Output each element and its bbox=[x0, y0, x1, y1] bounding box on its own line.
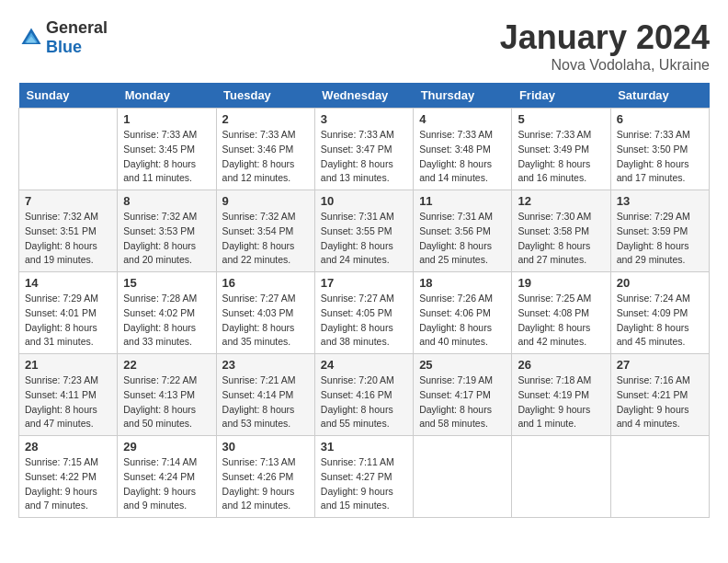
day-number: 16 bbox=[222, 276, 309, 290]
calendar-cell: 9Sunrise: 7:32 AMSunset: 3:54 PMDaylight… bbox=[216, 190, 314, 272]
day-number: 27 bbox=[617, 358, 703, 372]
day-number: 6 bbox=[617, 112, 703, 126]
day-info: Sunrise: 7:26 AMSunset: 4:06 PMDaylight:… bbox=[419, 292, 506, 350]
day-info: Sunrise: 7:16 AMSunset: 4:21 PMDaylight:… bbox=[617, 373, 703, 431]
day-number: 23 bbox=[222, 358, 309, 372]
day-number: 25 bbox=[419, 358, 506, 372]
day-info: Sunrise: 7:32 AMSunset: 3:54 PMDaylight:… bbox=[222, 210, 309, 268]
calendar-cell: 21Sunrise: 7:23 AMSunset: 4:11 PMDayligh… bbox=[19, 354, 118, 436]
day-info: Sunrise: 7:33 AMSunset: 3:46 PMDaylight:… bbox=[222, 128, 309, 186]
calendar-cell: 29Sunrise: 7:14 AMSunset: 4:24 PMDayligh… bbox=[118, 436, 216, 518]
weekday-header-friday: Friday bbox=[512, 83, 610, 109]
day-number: 13 bbox=[617, 194, 703, 208]
day-number: 31 bbox=[321, 440, 407, 454]
calendar-cell: 28Sunrise: 7:15 AMSunset: 4:22 PMDayligh… bbox=[19, 436, 118, 518]
calendar-cell: 10Sunrise: 7:31 AMSunset: 3:55 PMDayligh… bbox=[314, 190, 413, 272]
day-info: Sunrise: 7:19 AMSunset: 4:17 PMDaylight:… bbox=[419, 373, 506, 431]
calendar-cell: 22Sunrise: 7:22 AMSunset: 4:13 PMDayligh… bbox=[118, 354, 216, 436]
day-info: Sunrise: 7:15 AMSunset: 4:22 PMDaylight:… bbox=[25, 455, 111, 513]
day-number: 26 bbox=[518, 358, 604, 372]
day-number: 18 bbox=[419, 276, 506, 290]
calendar-cell: 30Sunrise: 7:13 AMSunset: 4:26 PMDayligh… bbox=[216, 436, 314, 518]
logo-blue-text: Blue bbox=[46, 38, 82, 56]
weekday-header-tuesday: Tuesday bbox=[216, 83, 314, 109]
day-number: 19 bbox=[518, 276, 604, 290]
calendar-cell: 3Sunrise: 7:33 AMSunset: 3:47 PMDaylight… bbox=[314, 109, 413, 190]
calendar-cell bbox=[610, 436, 709, 518]
logo-general-text: General bbox=[46, 18, 108, 37]
calendar-cell: 19Sunrise: 7:25 AMSunset: 4:08 PMDayligh… bbox=[512, 272, 610, 354]
weekday-header-sunday: Sunday bbox=[19, 83, 118, 109]
calendar-week-row: 14Sunrise: 7:29 AMSunset: 4:01 PMDayligh… bbox=[19, 272, 710, 354]
calendar-cell: 2Sunrise: 7:33 AMSunset: 3:46 PMDaylight… bbox=[216, 109, 314, 190]
calendar-cell: 1Sunrise: 7:33 AMSunset: 3:45 PMDaylight… bbox=[118, 109, 216, 190]
logo: General Blue bbox=[18, 18, 108, 57]
weekday-header-saturday: Saturday bbox=[610, 83, 709, 109]
weekday-header-thursday: Thursday bbox=[414, 83, 512, 109]
day-info: Sunrise: 7:21 AMSunset: 4:14 PMDaylight:… bbox=[222, 373, 309, 431]
day-info: Sunrise: 7:11 AMSunset: 4:27 PMDaylight:… bbox=[321, 455, 407, 513]
calendar-cell bbox=[414, 436, 512, 518]
title-area: January 2024 Nova Vodolaha, Ukraine bbox=[500, 18, 710, 74]
day-info: Sunrise: 7:33 AMSunset: 3:48 PMDaylight:… bbox=[419, 128, 506, 186]
weekday-header-row: SundayMondayTuesdayWednesdayThursdayFrid… bbox=[19, 83, 710, 109]
day-info: Sunrise: 7:33 AMSunset: 3:45 PMDaylight:… bbox=[123, 128, 210, 186]
day-number: 28 bbox=[25, 440, 111, 454]
day-info: Sunrise: 7:28 AMSunset: 4:02 PMDaylight:… bbox=[123, 292, 210, 350]
calendar-cell: 27Sunrise: 7:16 AMSunset: 4:21 PMDayligh… bbox=[610, 354, 709, 436]
day-number: 17 bbox=[321, 276, 407, 290]
day-number: 9 bbox=[222, 194, 309, 208]
day-number: 15 bbox=[123, 276, 210, 290]
calendar-cell: 16Sunrise: 7:27 AMSunset: 4:03 PMDayligh… bbox=[216, 272, 314, 354]
calendar-cell: 15Sunrise: 7:28 AMSunset: 4:02 PMDayligh… bbox=[118, 272, 216, 354]
day-number: 8 bbox=[123, 194, 210, 208]
calendar-table: SundayMondayTuesdayWednesdayThursdayFrid… bbox=[18, 83, 710, 518]
day-info: Sunrise: 7:32 AMSunset: 3:51 PMDaylight:… bbox=[25, 210, 111, 268]
day-info: Sunrise: 7:31 AMSunset: 3:55 PMDaylight:… bbox=[321, 210, 407, 268]
calendar-week-row: 21Sunrise: 7:23 AMSunset: 4:11 PMDayligh… bbox=[19, 354, 710, 436]
calendar-cell: 13Sunrise: 7:29 AMSunset: 3:59 PMDayligh… bbox=[610, 190, 709, 272]
day-info: Sunrise: 7:23 AMSunset: 4:11 PMDaylight:… bbox=[25, 373, 111, 431]
day-info: Sunrise: 7:29 AMSunset: 4:01 PMDaylight:… bbox=[25, 292, 111, 350]
calendar-cell: 26Sunrise: 7:18 AMSunset: 4:19 PMDayligh… bbox=[512, 354, 610, 436]
month-title: January 2024 bbox=[500, 18, 710, 57]
day-number: 21 bbox=[25, 358, 111, 372]
calendar-cell: 4Sunrise: 7:33 AMSunset: 3:48 PMDaylight… bbox=[414, 109, 512, 190]
day-info: Sunrise: 7:18 AMSunset: 4:19 PMDaylight:… bbox=[518, 373, 604, 431]
day-number: 29 bbox=[123, 440, 210, 454]
calendar-week-row: 28Sunrise: 7:15 AMSunset: 4:22 PMDayligh… bbox=[19, 436, 710, 518]
calendar-cell: 5Sunrise: 7:33 AMSunset: 3:49 PMDaylight… bbox=[512, 109, 610, 190]
day-info: Sunrise: 7:30 AMSunset: 3:58 PMDaylight:… bbox=[518, 210, 604, 268]
calendar-cell bbox=[19, 109, 118, 190]
day-number: 7 bbox=[25, 194, 111, 208]
day-info: Sunrise: 7:22 AMSunset: 4:13 PMDaylight:… bbox=[123, 373, 210, 431]
calendar-cell: 12Sunrise: 7:30 AMSunset: 3:58 PMDayligh… bbox=[512, 190, 610, 272]
calendar-cell: 23Sunrise: 7:21 AMSunset: 4:14 PMDayligh… bbox=[216, 354, 314, 436]
day-info: Sunrise: 7:13 AMSunset: 4:26 PMDaylight:… bbox=[222, 455, 309, 513]
calendar-cell: 11Sunrise: 7:31 AMSunset: 3:56 PMDayligh… bbox=[414, 190, 512, 272]
day-number: 12 bbox=[518, 194, 604, 208]
day-number: 22 bbox=[123, 358, 210, 372]
calendar-cell: 20Sunrise: 7:24 AMSunset: 4:09 PMDayligh… bbox=[610, 272, 709, 354]
calendar-cell bbox=[512, 436, 610, 518]
calendar-cell: 17Sunrise: 7:27 AMSunset: 4:05 PMDayligh… bbox=[314, 272, 413, 354]
day-info: Sunrise: 7:14 AMSunset: 4:24 PMDaylight:… bbox=[123, 455, 210, 513]
day-number: 20 bbox=[617, 276, 703, 290]
day-info: Sunrise: 7:29 AMSunset: 3:59 PMDaylight:… bbox=[617, 210, 703, 268]
day-number: 10 bbox=[321, 194, 407, 208]
day-info: Sunrise: 7:33 AMSunset: 3:49 PMDaylight:… bbox=[518, 128, 604, 186]
day-info: Sunrise: 7:24 AMSunset: 4:09 PMDaylight:… bbox=[617, 292, 703, 350]
day-number: 14 bbox=[25, 276, 111, 290]
calendar-cell: 18Sunrise: 7:26 AMSunset: 4:06 PMDayligh… bbox=[414, 272, 512, 354]
day-number: 30 bbox=[222, 440, 309, 454]
day-info: Sunrise: 7:27 AMSunset: 4:05 PMDaylight:… bbox=[321, 292, 407, 350]
day-info: Sunrise: 7:20 AMSunset: 4:16 PMDaylight:… bbox=[321, 373, 407, 431]
day-number: 11 bbox=[419, 194, 506, 208]
logo-icon bbox=[18, 25, 44, 51]
day-info: Sunrise: 7:27 AMSunset: 4:03 PMDaylight:… bbox=[222, 292, 309, 350]
day-number: 5 bbox=[518, 112, 604, 126]
calendar-cell: 8Sunrise: 7:32 AMSunset: 3:53 PMDaylight… bbox=[118, 190, 216, 272]
day-number: 3 bbox=[321, 112, 407, 126]
day-info: Sunrise: 7:25 AMSunset: 4:08 PMDaylight:… bbox=[518, 292, 604, 350]
day-info: Sunrise: 7:31 AMSunset: 3:56 PMDaylight:… bbox=[419, 210, 506, 268]
